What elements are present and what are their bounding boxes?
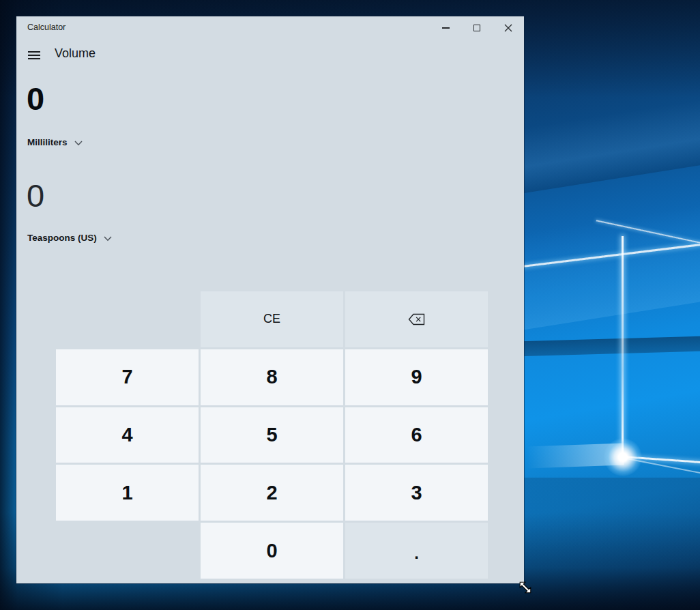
chevron-down-icon	[104, 236, 112, 242]
digit-key-2[interactable]: 2	[201, 465, 343, 521]
backspace-icon	[408, 313, 425, 325]
digit-key-4[interactable]: 4	[56, 407, 199, 463]
digit-key-8[interactable]: 8	[201, 349, 343, 405]
clear-entry-key[interactable]: CE	[201, 291, 343, 347]
keypad-spacer	[56, 523, 199, 579]
chevron-down-icon	[74, 141, 83, 146]
minimize-button[interactable]	[430, 16, 461, 40]
digit-key-9[interactable]: 9	[345, 349, 488, 405]
unit-to-label: Teaspoons (US)	[27, 233, 97, 243]
digit-key-7[interactable]: 7	[56, 349, 199, 405]
digit-key-6[interactable]: 6	[345, 407, 488, 463]
converter-value-from[interactable]: 0	[27, 82, 44, 115]
decimal-key[interactable]: .	[345, 523, 488, 579]
digit-key-0[interactable]: 0	[201, 523, 343, 579]
window-controls	[430, 16, 524, 40]
window-title: Calculator	[27, 23, 65, 32]
floor-shade	[524, 478, 700, 594]
converter-value-to[interactable]: 0	[27, 179, 44, 212]
hamburger-icon	[28, 51, 40, 53]
minimize-icon	[442, 27, 450, 28]
keypad-spacer	[56, 291, 199, 347]
resize-nwse-cursor-icon	[517, 579, 534, 596]
close-icon	[504, 24, 512, 32]
page-title: Volume	[55, 46, 96, 61]
maximize-button[interactable]	[461, 16, 493, 40]
digit-key-1[interactable]: 1	[56, 465, 199, 521]
title-bar[interactable]: Calculator	[16, 16, 524, 40]
calculator-window: Calculator Volume 0 Milliliters 0	[16, 16, 524, 583]
keypad: CE 7 8 9 4 5 6 1 2 3 0 .	[56, 291, 488, 579]
light-node-glow	[604, 438, 642, 476]
light-ray-vertical	[622, 236, 624, 459]
unit-to-dropdown[interactable]: Teaspoons (US)	[27, 233, 112, 243]
digit-key-3[interactable]: 3	[345, 465, 488, 521]
close-button[interactable]	[493, 16, 524, 40]
hamburger-menu-button[interactable]	[26, 47, 42, 63]
unit-from-dropdown[interactable]: Milliliters	[27, 137, 83, 147]
maximize-icon	[473, 25, 480, 31]
digit-key-5[interactable]: 5	[201, 407, 343, 463]
unit-from-label: Milliliters	[27, 137, 68, 147]
backspace-key[interactable]	[345, 291, 488, 347]
